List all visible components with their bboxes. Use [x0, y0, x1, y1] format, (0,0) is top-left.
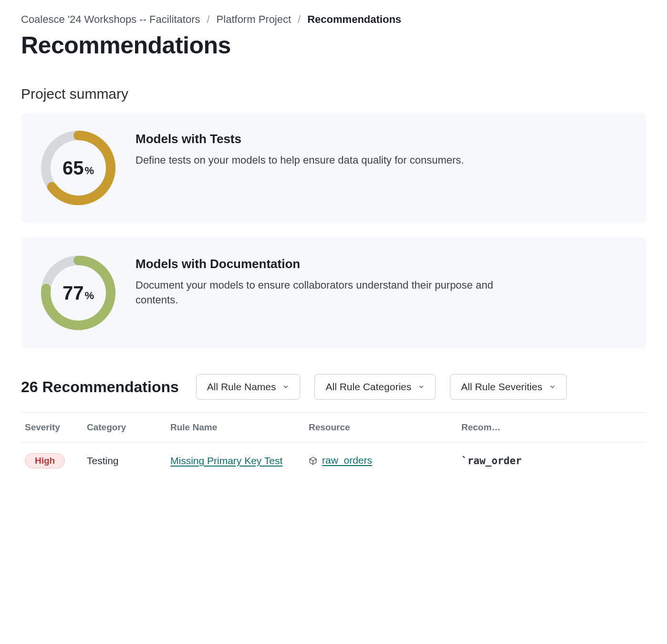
table-header-row: Severity Category Rule Name Resource Rec… [21, 413, 646, 443]
rule-name-link[interactable]: Missing Primary Key Test [170, 455, 282, 466]
breadcrumb-item-current: Recommendations [307, 13, 401, 26]
gauge-value: 77 [63, 282, 84, 304]
filter-rule-severities[interactable]: All Rule Severities [450, 374, 566, 400]
col-severity[interactable]: Severity [21, 413, 83, 443]
summary-card-title: Models with Documentation [135, 257, 498, 271]
gauge-value: 65 [63, 157, 84, 179]
summary-card-documentation: 77 % Models with Documentation Document … [21, 238, 646, 348]
filter-rule-names[interactable]: All Rule Names [196, 374, 301, 400]
chevron-down-icon [418, 384, 425, 390]
gauge-tests: 65 % [40, 130, 116, 206]
cell-category: Testing [83, 443, 167, 469]
cell-recommendation: `raw_order [458, 443, 646, 469]
gauge-documentation: 77 % [40, 255, 116, 331]
recommendations-count: 26 Recommendations [21, 378, 179, 396]
chevron-down-icon [549, 384, 556, 390]
recommendations-table: Severity Category Rule Name Resource Rec… [21, 412, 646, 468]
col-resource[interactable]: Resource [305, 413, 458, 443]
gauge-percent-sign: % [84, 290, 94, 302]
summary-card-description: Define tests on your models to help ensu… [135, 153, 464, 168]
breadcrumb-item-account[interactable]: Coalesce '24 Workshops -- Facilitators [21, 13, 200, 26]
filter-label: All Rule Severities [461, 381, 542, 393]
breadcrumb-separator: / [207, 13, 209, 26]
gauge-percent-sign: % [84, 165, 94, 177]
summary-card-title: Models with Tests [135, 132, 464, 146]
recommendations-header: 26 Recommendations All Rule Names All Ru… [21, 374, 646, 400]
filter-label: All Rule Categories [325, 381, 411, 393]
breadcrumb-separator: / [298, 13, 301, 26]
col-rule-name[interactable]: Rule Name [167, 413, 305, 443]
filter-rule-categories[interactable]: All Rule Categories [314, 374, 436, 400]
filter-label: All Rule Names [207, 381, 276, 393]
resource-link[interactable]: raw_orders [322, 455, 372, 466]
col-recommendation[interactable]: Recom… [458, 413, 646, 443]
page-title: Recommendations [21, 31, 646, 59]
table-row[interactable]: High Testing Missing Primary Key Test [21, 443, 646, 469]
col-category[interactable]: Category [83, 413, 167, 443]
breadcrumb: Coalesce '24 Workshops -- Facilitators /… [21, 13, 646, 26]
model-icon [309, 456, 317, 465]
chevron-down-icon [282, 384, 289, 390]
summary-card-description: Document your models to ensure collabora… [135, 278, 498, 308]
severity-badge: High [25, 453, 65, 468]
project-summary-heading: Project summary [21, 86, 646, 102]
breadcrumb-item-project[interactable]: Platform Project [217, 13, 292, 26]
summary-card-tests: 65 % Models with Tests Define tests on y… [21, 113, 646, 223]
